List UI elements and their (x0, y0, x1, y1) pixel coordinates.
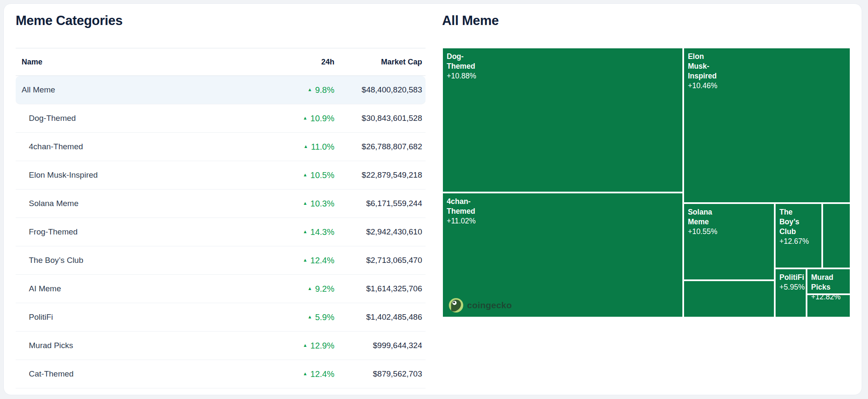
treemap-cell-label: MuradPicks (807, 269, 850, 292)
coingecko-wordmark: coingecko (467, 300, 512, 310)
treemap-cell-elon-musk-inspired[interactable]: ElonMusk-Inspired +10.46% (683, 47, 851, 203)
treemap-cell-change: +12.82% (807, 292, 850, 301)
category-market-cap: $26,788,807,682 (334, 142, 426, 151)
table-row[interactable]: Frog-Themed ▲14.3% $2,942,430,610 (16, 218, 426, 246)
table-row[interactable]: The Boy’s Club ▲12.4% $2,713,065,470 (16, 246, 426, 275)
up-triangle-icon: ▲ (303, 343, 307, 348)
treemap-cell-label: ElonMusk-Inspired (684, 48, 850, 81)
category-24h-change: ▲10.3% (267, 199, 334, 209)
category-24h-change: ▲5.9% (267, 313, 334, 322)
treemap-cell-murad-picks[interactable]: MuradPicks +12.82% (807, 268, 851, 294)
treemap-cell-the-boy-s-club[interactable]: TheBoy’sClub +12.67% (775, 203, 822, 268)
category-market-cap: $22,879,549,218 (334, 170, 426, 180)
category-name: All Meme (16, 85, 267, 95)
table-row[interactable]: Elon Musk-Inspired ▲10.5% $22,879,549,21… (16, 161, 426, 190)
category-24h-change: ▲9.2% (267, 284, 334, 294)
categories-table-body: All Meme ▲9.8% $48,400,820,583 Dog-Theme… (16, 76, 426, 388)
category-name: The Boy’s Club (16, 256, 267, 265)
treemap: coingecko Dog-Themed +10.88% ElonMusk-In… (442, 47, 851, 318)
coingecko-gecko-icon (449, 298, 463, 313)
up-triangle-icon: ▲ (303, 229, 307, 234)
table-row[interactable]: Solana Meme ▲10.3% $6,171,559,244 (16, 190, 426, 218)
up-triangle-icon: ▲ (308, 87, 312, 92)
treemap-cell-change: +5.95% (776, 282, 806, 292)
up-triangle-icon: ▲ (303, 144, 308, 149)
column-header-market-cap[interactable]: Market Cap (334, 58, 426, 67)
category-name: Solana Meme (16, 199, 267, 208)
column-header-name[interactable]: Name (16, 58, 267, 67)
treemap-cell-change: +12.67% (776, 237, 821, 246)
category-24h-change: ▲11.0% (267, 142, 334, 152)
table-header-row: Name 24h Market Cap (16, 48, 426, 76)
category-name: 4chan-Themed (16, 142, 267, 151)
category-market-cap: $1,402,485,486 (334, 313, 426, 322)
up-triangle-icon: ▲ (303, 173, 307, 177)
up-triangle-icon: ▲ (303, 116, 307, 120)
treemap-cell-ai-meme[interactable] (822, 203, 851, 268)
treemap-title: All Meme (442, 13, 499, 28)
treemap-cell-label: Dog-Themed (443, 48, 682, 71)
category-market-cap: $30,843,601,528 (334, 114, 426, 123)
category-name: PolitiFi (16, 313, 267, 322)
table-row[interactable]: Murad Picks ▲12.9% $999,644,324 (16, 332, 426, 360)
table-row[interactable]: AI Meme ▲9.2% $1,614,325,706 (16, 275, 426, 303)
treemap-cell-change: +10.88% (443, 71, 682, 81)
treemap-cell-change: +11.02% (443, 216, 682, 226)
table-row[interactable]: PolitiFi ▲5.9% $1,402,485,486 (16, 303, 426, 332)
table-row[interactable]: 4chan-Themed ▲11.0% $26,788,807,682 (16, 133, 426, 161)
category-name: Murad Picks (16, 341, 267, 350)
up-triangle-icon: ▲ (308, 286, 312, 291)
category-24h-change: ▲9.8% (267, 85, 334, 95)
category-name: Dog-Themed (16, 114, 267, 123)
treemap-cell-frog-themed[interactable] (683, 280, 775, 318)
treemap-cell-change: +10.55% (684, 227, 774, 236)
category-market-cap: $1,614,325,706 (334, 284, 426, 293)
treemap-cell-dog-themed[interactable]: Dog-Themed +10.88% (442, 47, 683, 193)
table-row[interactable]: Dog-Themed ▲10.9% $30,843,601,528 (16, 104, 426, 133)
category-24h-change: ▲12.9% (267, 341, 334, 351)
table-row[interactable]: Cat-Themed ▲12.4% $879,562,703 (16, 360, 426, 388)
treemap-cell-label: PolitiFi (776, 269, 806, 282)
treemap-cell-label: SolanaMeme (684, 204, 774, 227)
up-triangle-icon: ▲ (308, 315, 312, 319)
category-name: Cat-Themed (16, 369, 267, 379)
category-market-cap: $879,562,703 (334, 369, 426, 379)
up-triangle-icon: ▲ (303, 371, 307, 376)
category-24h-change: ▲12.4% (267, 369, 334, 379)
category-name: AI Meme (16, 284, 267, 293)
category-market-cap: $2,942,430,610 (334, 227, 426, 237)
up-triangle-icon: ▲ (303, 201, 307, 206)
page-title: Meme Categories (16, 13, 122, 28)
category-24h-change: ▲14.3% (267, 227, 334, 237)
categories-table: Name 24h Market Cap All Meme ▲9.8% $48,4… (16, 48, 426, 388)
category-24h-change: ▲12.4% (267, 256, 334, 265)
column-header-24h[interactable]: 24h (267, 58, 334, 67)
treemap-cell-change: +10.46% (684, 81, 850, 90)
treemap-cell-label: TheBoy’sClub (776, 204, 821, 237)
category-market-cap: $999,644,324 (334, 341, 426, 350)
coingecko-watermark: coingecko (449, 298, 512, 313)
category-24h-change: ▲10.5% (267, 170, 334, 180)
category-name: Elon Musk-Inspired (16, 170, 267, 180)
category-market-cap: $48,400,820,583 (334, 85, 426, 95)
treemap-cell-solana-meme[interactable]: SolanaMeme +10.55% (683, 203, 775, 280)
category-24h-change: ▲10.9% (267, 114, 334, 123)
up-triangle-icon: ▲ (303, 258, 307, 262)
meme-categories-card: Meme Categories All Meme Name 24h Market… (3, 3, 862, 395)
table-row[interactable]: All Meme ▲9.8% $48,400,820,583 (16, 76, 426, 104)
treemap-cell-politifi[interactable]: PolitiFi +5.95% (775, 268, 807, 318)
treemap-cell-label: 4chan-Themed (443, 193, 682, 216)
category-market-cap: $2,713,065,470 (334, 256, 426, 265)
category-name: Frog-Themed (16, 227, 267, 237)
category-market-cap: $6,171,559,244 (334, 199, 426, 208)
